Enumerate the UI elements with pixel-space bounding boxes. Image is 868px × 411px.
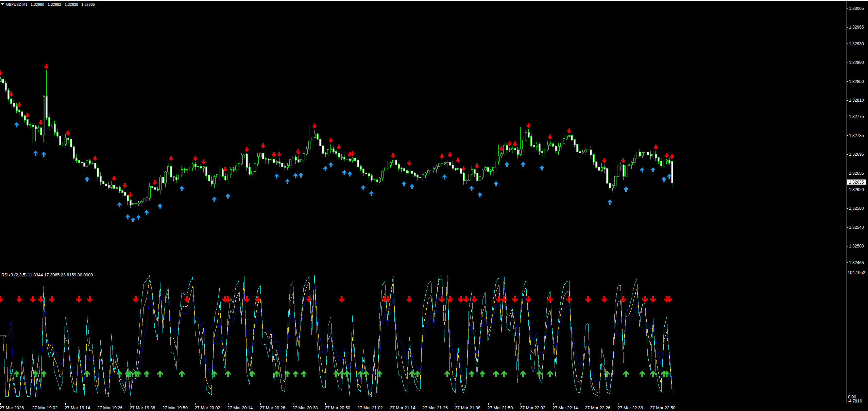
svg-text:27 Mar 2026: 27 Mar 2026	[0, 406, 24, 410]
svg-text:27 Mar 20:14: 27 Mar 20:14	[227, 406, 253, 410]
svg-text:27 Mar 19:02: 27 Mar 19:02	[32, 406, 58, 410]
svg-text:27 Mar 19:38: 27 Mar 19:38	[130, 406, 155, 410]
svg-text:1.32695: 1.32695	[849, 152, 864, 157]
svg-text:1.32635: 1.32635	[81, 2, 95, 6]
svg-text:1.32620: 1.32620	[849, 187, 864, 192]
svg-text:27 Mar 19:26: 27 Mar 19:26	[97, 406, 123, 410]
svg-text:27 Mar 22:02: 27 Mar 22:02	[520, 406, 545, 410]
svg-text:1.32810: 1.32810	[849, 98, 864, 103]
svg-text:1.32655: 1.32655	[849, 171, 864, 176]
svg-text:27 Mar 21:14: 27 Mar 21:14	[390, 406, 415, 410]
svg-text:27 Mar 21:50: 27 Mar 21:50	[488, 406, 513, 410]
svg-text:27 Mar 21:26: 27 Mar 21:26	[422, 406, 448, 410]
svg-text:27 Mar 20:50: 27 Mar 20:50	[325, 406, 350, 410]
svg-text:27 Mar 22:50: 27 Mar 22:50	[650, 406, 676, 410]
svg-text:1.32682: 1.32682	[48, 2, 61, 6]
svg-text:-4.7816: -4.7816	[848, 399, 862, 404]
svg-text:1.32850: 1.32850	[849, 79, 864, 84]
svg-text:1.32735: 1.32735	[849, 133, 864, 138]
svg-text:1.32775: 1.32775	[849, 114, 864, 119]
svg-text:RSIx3 (2,3,5) 11.8344 17.3065: RSIx3 (2,3,5) 11.8344 17.3065 23.6159 80…	[1, 273, 93, 277]
svg-text:27 Mar 22:14: 27 Mar 22:14	[552, 406, 578, 410]
svg-text:27 Mar 21:38: 27 Mar 21:38	[455, 406, 480, 410]
svg-text:1.32635: 1.32635	[849, 180, 864, 185]
svg-text:27 Mar 22:38: 27 Mar 22:38	[617, 406, 643, 410]
svg-text:104.1952: 104.1952	[848, 270, 865, 275]
svg-text:1.32628: 1.32628	[65, 2, 78, 6]
svg-text:1.33005: 1.33005	[849, 6, 864, 11]
svg-text:1.32930: 1.32930	[849, 41, 864, 46]
svg-text:GBPUSD,M1: GBPUSD,M1	[6, 2, 28, 6]
svg-text:1.32680: 1.32680	[31, 2, 44, 6]
svg-text:27 Mar 20:26: 27 Mar 20:26	[260, 406, 285, 410]
svg-text:27 Mar 21:02: 27 Mar 21:02	[357, 406, 383, 410]
svg-text:27 Mar 19:50: 27 Mar 19:50	[162, 406, 188, 410]
svg-text:27 Mar 22:26: 27 Mar 22:26	[585, 406, 611, 410]
svg-text:27 Mar 20:38: 27 Mar 20:38	[292, 406, 318, 410]
svg-text:1.32465: 1.32465	[849, 260, 864, 265]
svg-text:1.32500: 1.32500	[849, 244, 864, 249]
svg-text:27 Mar 20:02: 27 Mar 20:02	[195, 406, 220, 410]
svg-text:1.32890: 1.32890	[849, 60, 864, 65]
svg-text:1.32540: 1.32540	[849, 225, 864, 230]
svg-text:1.32965: 1.32965	[849, 25, 864, 30]
svg-text:1.32580: 1.32580	[849, 206, 864, 211]
svg-text:27 Mar 19:14: 27 Mar 19:14	[65, 406, 90, 410]
